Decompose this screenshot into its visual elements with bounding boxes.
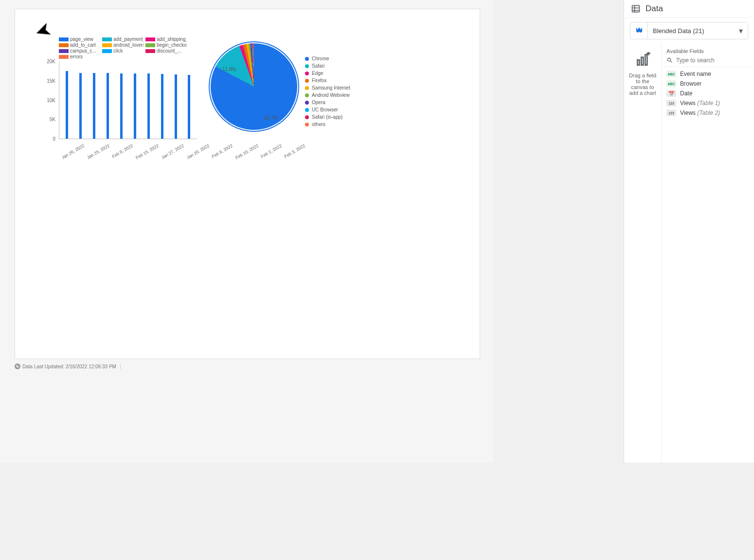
- legend-swatch: [59, 43, 69, 47]
- add-chart-icon: [635, 52, 650, 68]
- legend-label: discount_...: [157, 48, 181, 54]
- legend-swatch: [102, 43, 112, 47]
- text-type-icon: ABC: [666, 71, 676, 77]
- field-label: Views (Table 1): [680, 100, 720, 107]
- legend-swatch: [305, 123, 309, 126]
- legend-swatch: [59, 55, 69, 59]
- data-panel-title: Data: [646, 4, 663, 14]
- number-type-icon: 123: [666, 109, 676, 116]
- legend-swatch: [305, 93, 309, 97]
- bar: [188, 75, 190, 139]
- bar: [147, 73, 150, 139]
- bar: [161, 74, 163, 139]
- legend-label: Opera: [312, 100, 325, 105]
- pie-chart[interactable]: 11.8% 82.7% ChromeSafariEdgeFirefoxSamsu…: [209, 41, 369, 158]
- available-fields-header: Available Fields: [662, 43, 754, 57]
- last-updated-text: Data Last Updated: 2/16/2022 12:06:33 PM: [22, 364, 116, 369]
- field-item[interactable]: ABCEvent name: [662, 69, 754, 79]
- status-bar: ↻ Data Last Updated: 2/16/2022 12:06:33 …: [15, 361, 480, 371]
- xtick-label: Jan 26, 2022: [61, 143, 85, 160]
- field-label: Views (Table 2): [680, 109, 720, 116]
- xtick-label: Jan 20, 2022: [186, 143, 210, 160]
- bar-legend-item: campus_c...: [59, 48, 100, 54]
- bar-chart-yaxis: 20K15K10K5K0: [40, 61, 57, 139]
- report-page[interactable]: ➤ page_viewadd_payment_...add_shipping_i…: [15, 9, 480, 359]
- field-item[interactable]: 123Views (Table 1): [662, 98, 754, 108]
- pie-legend-item: Android Webview: [305, 92, 350, 98]
- xtick-label: Feb 9, 2022: [111, 143, 134, 159]
- legend-label: Chrome: [312, 56, 329, 61]
- report-canvas[interactable]: ➤ page_viewadd_payment_...add_shipping_i…: [0, 0, 493, 463]
- legend-label: android_lovers: [113, 42, 144, 48]
- ytick-label: 20K: [47, 59, 55, 64]
- pie-legend-item: Opera: [305, 100, 350, 105]
- legend-label: others: [312, 122, 325, 127]
- pie-legend-item: Safari: [305, 63, 350, 69]
- bar-legend-item: page_view: [59, 36, 100, 42]
- refresh-icon[interactable]: ↻: [15, 363, 20, 369]
- field-search-input[interactable]: [676, 57, 749, 64]
- bar-chart-bars: [59, 61, 197, 139]
- pie-chart-legend: ChromeSafariEdgeFirefoxSamsung InternetA…: [305, 41, 350, 132]
- bar: [79, 73, 82, 139]
- legend-label: add_shipping_i...: [157, 36, 187, 42]
- legend-label: UC Browser: [312, 107, 338, 112]
- legend-swatch: [305, 64, 309, 68]
- datasource-selector[interactable]: Blended Data (21) ▾: [630, 22, 748, 39]
- legend-swatch: [59, 49, 69, 53]
- bar: [66, 71, 68, 139]
- svg-rect-4: [637, 60, 639, 65]
- datasource-label: Blended Data (21): [648, 27, 734, 35]
- field-item[interactable]: 123Views (Table 2): [662, 108, 754, 118]
- field-search[interactable]: [662, 57, 754, 67]
- legend-swatch: [102, 49, 112, 53]
- legend-swatch: [305, 79, 309, 83]
- svg-rect-5: [641, 57, 643, 65]
- field-item[interactable]: 📅Date: [662, 89, 754, 98]
- fields-list: ABCEvent name ABCBrowser 📅Date 123Views …: [662, 67, 754, 120]
- bar-chart-xaxis: Jan 26, 2022Jan 25, 2022Feb 9, 2022Feb 1…: [59, 139, 197, 144]
- ytick-label: 5K: [50, 117, 55, 122]
- bar-legend-item: click: [102, 48, 144, 54]
- bar-chart-plot: 20K15K10K5K0 Jan 26, 2022Jan 25, 2022Feb…: [59, 61, 197, 139]
- legend-label: click: [113, 48, 123, 54]
- pie-slice-label-chrome: 82.7%: [264, 115, 278, 121]
- pie-legend-item: others: [305, 122, 350, 127]
- legend-label: add_to_cart: [70, 42, 96, 48]
- legend-swatch: [145, 43, 155, 47]
- blend-icon: [630, 22, 648, 39]
- bar-legend-item: add_shipping_i...: [145, 36, 187, 42]
- legend-swatch: [145, 37, 155, 41]
- legend-label: Android Webview: [312, 92, 350, 98]
- legend-swatch: [59, 37, 69, 41]
- date-type-icon: 📅: [666, 90, 676, 97]
- legend-swatch: [305, 108, 309, 112]
- bar-chart[interactable]: page_viewadd_payment_...add_shipping_i..…: [32, 36, 197, 163]
- legend-swatch: [305, 72, 309, 75]
- bar-legend-item: begin_checkout: [145, 42, 187, 48]
- field-label: Browser: [680, 80, 701, 87]
- add-chart-hint: Drag a field to the canvas to add a char…: [624, 68, 661, 96]
- field-label: Event name: [680, 71, 711, 77]
- bar: [175, 74, 177, 139]
- legend-label: page_view: [70, 36, 93, 42]
- xtick-label: Jan 27, 2022: [161, 143, 185, 160]
- field-item[interactable]: ABCBrowser: [662, 79, 754, 89]
- bar-legend-item: android_lovers: [102, 42, 144, 48]
- bar-chart-legend: page_viewadd_payment_...add_shipping_i..…: [59, 36, 190, 59]
- xtick-label: Feb 15, 2022: [135, 143, 160, 160]
- data-icon: [631, 4, 641, 14]
- bar-legend-item: add_to_cart: [59, 42, 100, 48]
- pie-legend-item: Samsung Internet: [305, 85, 350, 90]
- bar-legend-item: discount_...: [145, 48, 187, 54]
- ytick-label: 15K: [47, 78, 55, 83]
- pie-legend-item: Edge: [305, 71, 350, 76]
- add-chart-dropzone[interactable]: Drag a field to the canvas to add a char…: [624, 43, 662, 462]
- legend-swatch: [305, 115, 309, 119]
- legend-label: begin_checkout: [157, 42, 187, 48]
- number-type-icon: 123: [666, 100, 676, 107]
- bar-legend-item: add_payment_...: [102, 36, 144, 42]
- bar: [93, 73, 95, 139]
- ytick-label: 10K: [47, 97, 55, 103]
- legend-swatch: [145, 49, 155, 53]
